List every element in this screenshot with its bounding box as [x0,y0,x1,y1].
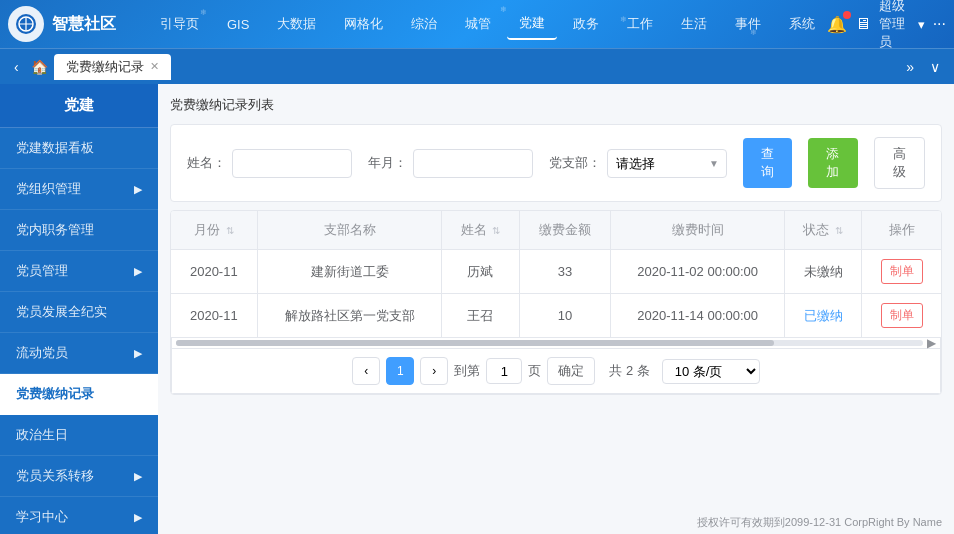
cell-branch: 解放路社区第一党支部 [257,294,442,338]
query-button[interactable]: 查询 [743,138,792,188]
app-title: 智慧社区 [52,14,116,35]
name-input[interactable] [232,149,352,178]
date-input[interactable] [413,149,533,178]
nav-item-gis[interactable]: GIS [215,11,261,38]
sidebar-item-fees[interactable]: 党费缴纳记录 [0,374,158,415]
sidebar-item-org-mgmt[interactable]: 党组织管理 ▶ [0,169,158,210]
sidebar-item-transfer[interactable]: 党员关系转移 ▶ [0,456,158,497]
advanced-button[interactable]: 高级 [874,137,925,189]
sidebar-item-label: 党建数据看板 [16,139,94,157]
tab-more-btn[interactable]: » [900,55,920,79]
action-button[interactable]: 制单 [881,303,923,328]
sidebar-item-study[interactable]: 学习中心 ▶ [0,497,158,534]
total-count: 共 2 条 [609,362,649,380]
cell-status: 已缴纳 [785,294,862,338]
sidebar-item-label: 党员关系转移 [16,467,94,485]
col-action: 操作 [862,211,941,250]
expand-arrow-icon: ▶ [134,265,142,278]
sidebar-item-member-history[interactable]: 党员发展全纪实 [0,292,158,333]
tab-expand-btn[interactable]: ∨ [924,55,946,79]
main-layout: 党建 党建数据看板 党组织管理 ▶ 党内职务管理 党员管理 ▶ 党员发展全纪实 … [0,84,954,534]
sidebar-item-label: 党组织管理 [16,180,81,198]
cell-time: 2020-11-02 00:00:00 [611,250,785,294]
prev-page-btn[interactable]: ‹ [352,357,380,385]
sort-icon: ⇅ [835,225,843,236]
branch-label: 党支部： [549,154,601,172]
nav-item-bigdata[interactable]: 大数据 [265,9,328,39]
goto-confirm-btn[interactable]: 确定 [547,357,595,385]
date-field-group: 年月： [368,149,533,178]
pagination-bar: ‹ 1 › 到第 页 确定 共 2 条 10 条/页 20 条/页 50 条/页 [171,349,941,394]
table-header-row: 月份 ⇅ 支部名称 姓名 ⇅ 缴费金额 缴费时间 状态 ⇅ 操作 [171,211,941,250]
tab-close-btn[interactable]: ✕ [150,60,159,73]
sidebar: 党建 党建数据看板 党组织管理 ▶ 党内职务管理 党员管理 ▶ 党员发展全纪实 … [0,84,158,534]
nav-item-work[interactable]: 工作 [615,9,665,39]
nav-item-guide[interactable]: 引导页 [148,9,211,39]
cell-month: 2020-11 [171,250,257,294]
nav-item-system[interactable]: 系统 [777,9,827,39]
expand-arrow-icon: ▶ [134,183,142,196]
table-row: 2020-11 解放路社区第一党支部 王召 10 2020-11-14 00:0… [171,294,941,338]
branch-select[interactable]: 请选择 [607,149,727,178]
horizontal-scrollbar[interactable]: ▶ [171,337,941,349]
nav-right-area: 🔔 🖥 超级管理员 ▾ ··· [827,0,946,51]
sidebar-item-position-mgmt[interactable]: 党内职务管理 [0,210,158,251]
page-1-btn[interactable]: 1 [386,357,414,385]
footer-copyright: 授权许可有效期到2099-12-31 CorpRight By Name [685,511,954,534]
tab-back-btn[interactable]: ‹ [8,55,25,79]
nav-item-dangjian[interactable]: 党建 [507,8,557,40]
page-title: 党费缴纳记录列表 [170,96,942,114]
sidebar-item-mobile-member[interactable]: 流动党员 ▶ [0,333,158,374]
table-body: 2020-11 建新街道工委 历斌 33 2020-11-02 00:00:00… [171,250,941,338]
per-page-select[interactable]: 10 条/页 20 条/页 50 条/页 [662,359,760,384]
cell-action: 制单 [862,294,941,338]
sidebar-item-label: 流动党员 [16,344,68,362]
nav-item-life[interactable]: 生活 [669,9,719,39]
cell-amount: 10 [519,294,611,338]
sidebar-item-member-mgmt[interactable]: 党员管理 ▶ [0,251,158,292]
nav-item-events[interactable]: 事件 [723,9,773,39]
nav-item-chengguan[interactable]: 城管 [453,9,503,39]
sidebar-title: 党建 [0,84,158,128]
logo-icon [8,6,44,42]
nav-item-zongzhi[interactable]: 综治 [399,9,449,39]
tabs-bar: ‹ 🏠 党费缴纳记录 ✕ » ∨ [0,48,954,84]
user-menu-arrow[interactable]: ▾ [918,17,925,32]
sidebar-item-label: 党员管理 [16,262,68,280]
notification-badge [843,11,851,19]
add-button[interactable]: 添加 [808,138,857,188]
branch-field-group: 党支部： 请选择 [549,149,727,178]
sidebar-item-political-birthday[interactable]: 政治生日 [0,415,158,456]
action-button[interactable]: 制单 [881,259,923,284]
cell-amount: 33 [519,250,611,294]
goto-label: 到第 [454,362,480,380]
tab-home-btn[interactable]: 🏠 [25,55,54,79]
more-options-icon[interactable]: ··· [933,15,946,33]
expand-arrow-icon: ▶ [134,347,142,360]
bell-icon[interactable]: 🔔 [827,15,847,34]
nav-item-zhengwu[interactable]: 政务 [561,9,611,39]
tab-label: 党费缴纳记录 [66,58,144,76]
next-page-btn[interactable]: › [420,357,448,385]
logo-area: 智慧社区 [8,6,148,42]
expand-arrow-icon: ▶ [134,511,142,524]
table-row: 2020-11 建新街道工委 历斌 33 2020-11-02 00:00:00… [171,250,941,294]
sidebar-item-label: 学习中心 [16,508,68,526]
user-menu[interactable]: 超级管理员 [879,0,909,51]
cell-name: 王召 [442,294,519,338]
top-navigation: ❄ ❄ ❄ ❄ ❄ 智慧社区 引导页 GIS 大数据 网格化 综治 城管 党建 … [0,0,954,48]
content-area: 党费缴纳记录列表 姓名： 年月： 党支部： 请选择 查询 添加 高级 [158,84,954,534]
cell-status: 未缴纳 [785,250,862,294]
tab-party-fees[interactable]: 党费缴纳记录 ✕ [54,54,171,80]
cell-branch: 建新街道工委 [257,250,442,294]
branch-select-wrapper: 请选择 [607,149,727,178]
page-input[interactable] [486,358,522,384]
nav-item-grid[interactable]: 网格化 [332,9,395,39]
cell-name: 历斌 [442,250,519,294]
col-month: 月份 ⇅ [171,211,257,250]
col-name: 姓名 ⇅ [442,211,519,250]
col-status: 状态 ⇅ [785,211,862,250]
cell-action: 制单 [862,250,941,294]
monitor-icon[interactable]: 🖥 [855,15,871,33]
sidebar-item-dashboard[interactable]: 党建数据看板 [0,128,158,169]
